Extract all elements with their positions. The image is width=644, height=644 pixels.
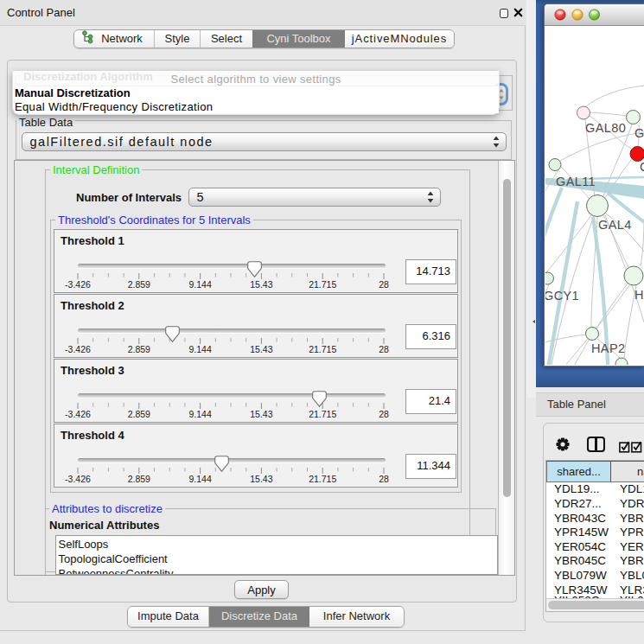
svg-text:GAL4: GAL4 bbox=[598, 218, 632, 232]
svg-text:C: C bbox=[640, 160, 644, 174]
svg-text:GCY1: GCY1 bbox=[545, 289, 579, 303]
svg-text:HA: HA bbox=[634, 288, 644, 302]
svg-text:GAL80: GAL80 bbox=[585, 121, 626, 135]
svg-text:GA: GA bbox=[634, 126, 644, 140]
svg-text:GAL11: GAL11 bbox=[556, 175, 596, 188]
svg-text:HAP2: HAP2 bbox=[591, 341, 625, 355]
